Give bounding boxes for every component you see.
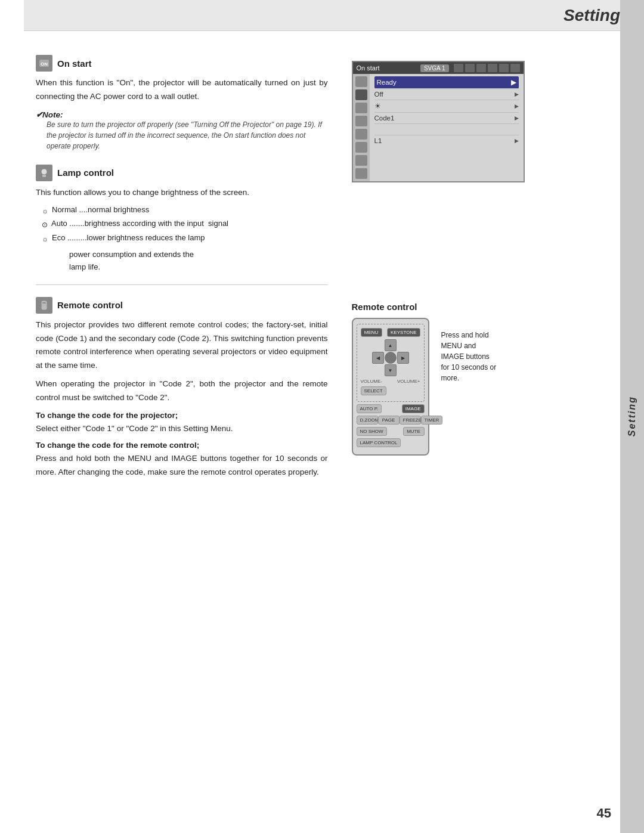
lamp-item-normal: ☼ Normal ....normal brightness [42,203,328,217]
osd-icon-5 [499,64,509,72]
remote-menu-btn: MENU [361,328,382,337]
remote-control-heading: Remote control [36,297,328,314]
osd-sidebar-icon-1 [355,76,367,87]
remote-control-label: Remote control [57,300,123,310]
osd-row-lamp-arrow: ▶ [515,103,519,109]
osd-row-lamp-label: ☀ [374,102,381,110]
remote-body: MENU KEYSTONE ▲ ◀ ▶ [352,318,429,456]
sidebar-label: Setting [627,396,637,436]
osd-sidebar-icon-8 [355,168,367,179]
remote-select-btn: SELECT [361,386,386,395]
right-column: On start SVGA 1 [352,55,591,479]
remote-body1: This projector provides two different re… [36,318,328,373]
remote-page-btn: PAGE [378,416,400,425]
osd-rows: Ready ▶ Off ▶ ☀ ▶ [370,74,524,181]
note-text: Be sure to turn the projector off proper… [47,119,328,151]
main-content: ON On start When this function is "On", … [0,31,620,503]
left-column: ON On start When this function is "On", … [36,55,328,479]
svg-rect-3 [42,175,46,177]
remote-annotation: Press and holdMENU andIMAGE buttonsfor 1… [441,330,497,383]
osd-row-empty [374,124,519,135]
remote-top-row: MENU KEYSTONE [361,328,420,337]
right-sidebar: Setting [620,0,644,833]
remote-diagram-wrapper: MENU KEYSTONE ▲ ◀ ▶ [352,318,497,456]
lamp-normal-text: Normal ....normal brightness [52,203,149,216]
osd-sidebar-icon-4 [355,116,367,126]
remote-lamp-btn: LAMP CONTROL [357,438,401,447]
lamp-control-heading: Lamp control [36,165,328,181]
remote-timer-btn: TIMER [421,416,442,425]
on-start-body: When this function is "On", the projecto… [36,76,328,104]
note-block: ✔Note: Be sure to turn the projector off… [36,110,328,151]
lamp-list: ☼ Normal ....normal brightness ⊙ Auto ..… [42,203,328,245]
lamp-normal-icon: ☼ [42,205,48,217]
osd-row-off-label: Off [374,91,383,98]
osd-sidebar-icon-7 [355,155,367,166]
remote-freeze-btn: FREEZE [400,416,421,425]
osd-row-empty-label [374,126,376,133]
remote-noshow-row: NO SHOW MUTE [357,427,425,436]
lamp-eco-extra: power consumption and extends thelamp li… [69,249,328,274]
osd-sidebar-icon-3 [355,103,367,113]
remote-keystone-btn: KEYSTONE [387,328,420,337]
osd-row-ready-label: Ready [377,79,397,86]
osd-row-l1: L1 ▶ [374,135,519,146]
remote-section: Remote control MENU KEYSTONE [352,302,497,456]
osd-row-code1-arrow: ▶ [515,115,519,121]
osd-row-code1: Code1 ▶ [374,113,519,124]
lamp-eco-text: Eco .........lower brightness reduces th… [52,231,205,244]
lamp-item-auto: ⊙ Auto .......brightness according with … [42,217,328,231]
remote-annotation-text: Press and holdMENU andIMAGE buttonsfor 1… [441,330,497,383]
remote-image-btn: IMAGE [402,404,425,413]
osd-icon-6 [510,64,520,72]
remote-dzoom-btn: D.ZOOM [357,416,378,425]
remote-autop-image-row: AUTO P. IMAGE [357,404,425,413]
remote-control-icon [36,297,52,314]
change-projector-text: Select either "Code 1" or "Code 2" in th… [36,422,328,436]
osd-row-lamp: ☀ ▶ [374,100,519,113]
divider [36,284,328,285]
lamp-control-icon [36,165,52,181]
remote-dzoom-row: D.ZOOM PAGE FREEZE TIMER [357,416,425,425]
osd-title: On start [357,64,416,72]
osd-menu: On start SVGA 1 [352,61,525,182]
remote-select-row: SELECT [361,386,420,395]
svg-text:ON: ON [41,61,48,67]
osd-body: Ready ▶ Off ▶ ☀ ▶ [353,74,524,181]
page-number: 45 [597,806,611,821]
remote-noshow-btn: NO SHOW [357,427,387,436]
remote-dpad-down: ▼ [385,364,397,376]
remote-body2: When operating the projector in "Code 2"… [36,377,328,405]
osd-sidebar-icon-2 [355,89,367,100]
osd-row-code1-label: Code1 [374,114,395,122]
lamp-auto-icon: ⊙ [42,219,48,231]
osd-row-l1-label: L1 [374,137,382,144]
change-remote-heading: To change the code for the remote contro… [36,441,328,450]
lamp-auto-text: Auto .......brightness according with th… [51,217,228,230]
osd-icons [454,64,520,72]
osd-row-ready-arrow: ▶ [511,78,516,86]
remote-autop-btn: AUTO P. [357,404,382,413]
svg-point-2 [41,169,47,175]
on-start-label: On start [57,58,92,69]
osd-row-ready: Ready ▶ [374,76,519,89]
osd-sidebar-icon-5 [355,129,367,140]
top-header: Setting [24,0,644,31]
on-start-icon: ON [36,55,52,72]
osd-icon-3 [476,64,486,72]
remote-dpad-center [385,352,397,364]
osd-row-off-arrow: ▶ [515,91,519,97]
osd-row-l1-arrow: ▶ [515,138,519,144]
change-remote-text: Press and hold both the MENU and IMAGE b… [36,452,328,479]
remote-dpad: ▲ ◀ ▶ ▼ [372,339,409,376]
change-projector-heading: To change the code for the projector; [36,411,328,420]
osd-sidebar-icon-6 [355,142,367,153]
remote-dpad-left: ◀ [372,352,384,364]
osd-icon-2 [465,64,475,72]
lamp-eco-icon: ☼ [42,233,48,245]
remote-dpad-right: ▶ [397,352,409,364]
note-label: ✔Note: [36,110,63,119]
lamp-control-label: Lamp control [57,168,114,178]
on-start-heading: ON On start [36,55,328,72]
osd-top-bar: On start SVGA 1 [353,62,524,74]
